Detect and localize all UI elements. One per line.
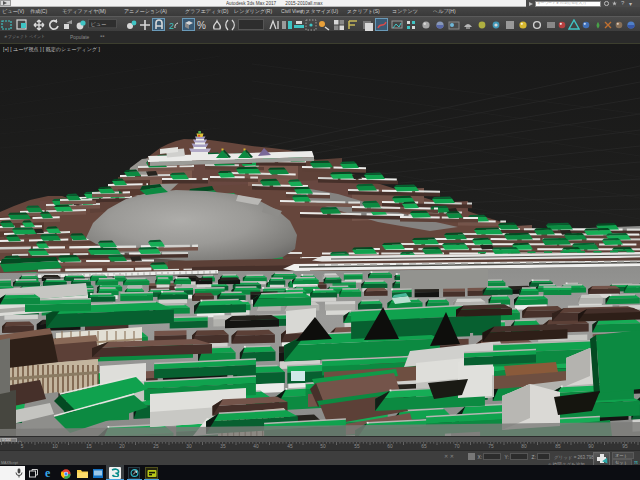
svg-text:2: 2 — [169, 21, 174, 31]
svg-text:%: % — [197, 20, 206, 31]
